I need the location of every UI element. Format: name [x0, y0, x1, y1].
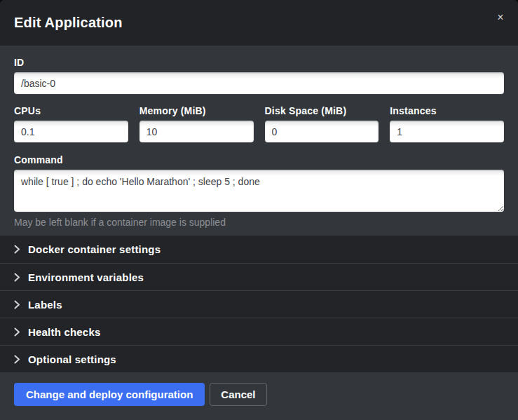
section-label: Health checks — [28, 326, 100, 338]
id-field-group: ID — [14, 57, 504, 94]
collapsible-sections: Docker container settings Environment va… — [0, 236, 518, 372]
command-label: Command — [14, 154, 504, 165]
modal-title: Edit Application — [14, 15, 123, 31]
chevron-right-icon — [14, 300, 20, 309]
memory-input[interactable] — [139, 121, 254, 142]
section-optional-settings[interactable]: Optional settings — [0, 345, 518, 372]
memory-label: Memory (MiB) — [139, 105, 254, 116]
cpus-input[interactable] — [14, 121, 128, 142]
resources-row: CPUs Memory (MiB) Disk Space (MiB) Insta… — [14, 105, 504, 142]
modal-footer: Change and deploy configuration Cancel — [0, 372, 518, 420]
command-field-group: Command while [ true ] ; do echo 'Hello … — [14, 154, 504, 228]
instances-field-group: Instances — [390, 105, 504, 142]
id-label: ID — [14, 57, 504, 68]
memory-field-group: Memory (MiB) — [139, 105, 254, 142]
section-label: Optional settings — [28, 353, 116, 365]
section-label: Labels — [28, 299, 62, 311]
command-textarea[interactable]: while [ true ] ; do echo 'Hello Marathon… — [14, 170, 504, 212]
cancel-button[interactable]: Cancel — [210, 383, 266, 406]
instances-input[interactable] — [390, 121, 504, 142]
section-label: Environment variables — [28, 271, 144, 283]
cpus-field-group: CPUs — [14, 105, 128, 142]
chevron-right-icon — [14, 245, 20, 254]
section-health-checks[interactable]: Health checks — [0, 318, 518, 345]
section-docker-container-settings[interactable]: Docker container settings — [0, 236, 518, 263]
close-icon[interactable]: × — [493, 10, 508, 25]
disk-label: Disk Space (MiB) — [265, 105, 379, 116]
chevron-right-icon — [14, 355, 20, 364]
disk-input[interactable] — [265, 121, 379, 142]
cpus-label: CPUs — [14, 105, 128, 116]
section-label: Docker container settings — [28, 243, 161, 255]
modal-header: Edit Application × — [0, 0, 518, 46]
chevron-right-icon — [14, 273, 20, 282]
edit-application-modal: Edit Application × ID CPUs Memory (MiB) … — [0, 0, 518, 420]
chevron-right-icon — [14, 327, 20, 337]
instances-label: Instances — [390, 105, 504, 116]
application-form: ID CPUs Memory (MiB) Disk Space (MiB) In… — [0, 46, 518, 236]
section-environment-variables[interactable]: Environment variables — [0, 263, 518, 290]
id-input[interactable] — [14, 72, 504, 94]
disk-field-group: Disk Space (MiB) — [265, 105, 379, 142]
change-and-deploy-button[interactable]: Change and deploy configuration — [14, 383, 205, 406]
section-labels[interactable]: Labels — [0, 290, 518, 318]
command-help-text: May be left blank if a container image i… — [14, 217, 504, 228]
